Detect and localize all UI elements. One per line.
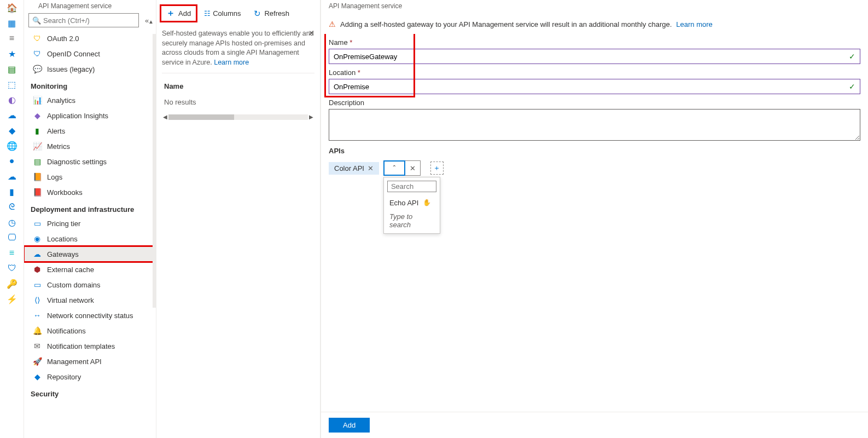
nav-item-app-insights[interactable]: ◆Application Insights (24, 108, 156, 123)
notif-templates-icon: ✉ (33, 342, 42, 350)
cursor-icon: ✋ (423, 199, 431, 206)
bolt-icon[interactable]: ⚡ (7, 293, 18, 304)
columns-button[interactable]: ☷ Columns (199, 7, 246, 20)
nav-item-notif-templates[interactable]: ✉Notification templates (24, 338, 156, 354)
nav-label: Virtual network (47, 296, 94, 304)
horizontal-scrollbar[interactable]: ◀ ▶ (162, 114, 314, 120)
add-api-button[interactable]: ＋ (430, 162, 444, 175)
learn-more-link[interactable]: Learn more (214, 59, 249, 66)
key-icon[interactable]: 🔑 (7, 278, 18, 289)
openid-icon: 🛡 (33, 49, 42, 58)
nav-item-gateways[interactable]: ☁Gateways (24, 246, 156, 262)
vnet-icon: ⟨⟩ (33, 296, 42, 304)
api-dropdown-toggle[interactable]: ˆ (383, 160, 405, 176)
warning-learn-more-link[interactable]: Learn more (676, 20, 712, 28)
hamburger-icon[interactable]: ≡ (7, 33, 18, 44)
diamond-icon[interactable]: ◆ (7, 125, 18, 136)
toolbar: ＋ Add ☷ Columns ↻ Refresh (156, 0, 320, 27)
nav-item-workbooks[interactable]: 📕Workbooks (24, 185, 156, 200)
nav-item-logs[interactable]: 📙Logs (24, 169, 156, 185)
nav-item-notifications[interactable]: 🔔Notifications (24, 323, 156, 338)
repository-icon: ◆ (33, 372, 42, 381)
section-deploy: Deployment and infrastructure (24, 200, 156, 216)
nav-item-external-cache[interactable]: ⬢External cache (24, 262, 156, 277)
lock-icon[interactable]: 🛡 (7, 263, 18, 274)
add-button[interactable]: ＋ Add (161, 5, 196, 21)
lines-icon[interactable]: ≡ (7, 247, 18, 258)
label-location: Location * (329, 64, 860, 79)
home-icon[interactable]: 🏠 (7, 2, 18, 13)
scroll-up-icon[interactable]: ▲ (147, 18, 155, 25)
column-header-name[interactable]: Name (156, 79, 320, 94)
warning-icon: ⚠ (329, 20, 336, 28)
nav-item-custom-domains[interactable]: ▭Custom domains (24, 277, 156, 292)
nav-item-analytics[interactable]: 📊Analytics (24, 93, 156, 108)
nav-item-pricing[interactable]: ▭Pricing tier (24, 216, 156, 231)
sidebar-scrollbar[interactable] (153, 34, 156, 308)
nav-label: OAuth 2.0 (47, 34, 79, 43)
nav-item-repository[interactable]: ◆Repository (24, 369, 156, 384)
panel-subtitle: API Management service (321, 0, 868, 10)
workbooks-icon: 📕 (33, 188, 42, 197)
sidebar-search: 🔍 (28, 13, 139, 27)
drop-icon[interactable]: ● (7, 155, 18, 166)
sidebar-search-input[interactable] (43, 16, 135, 25)
nav-label: Network connectivity status (47, 312, 133, 320)
nav-label: Metrics (47, 142, 70, 151)
notifications-icon: 🔔 (33, 326, 42, 335)
cube-icon[interactable]: ⬚ (7, 79, 18, 90)
sidebar-breadcrumb: API Management service (24, 0, 156, 10)
lightbulb-icon[interactable]: ◐ (7, 94, 18, 105)
scroll-left-icon[interactable]: ◀ (162, 114, 168, 120)
nav-item-locations[interactable]: ◉Locations (24, 231, 156, 246)
favorites-icon[interactable]: ★ (7, 48, 18, 59)
monitor-icon[interactable]: 🖵 (7, 232, 18, 243)
section-monitoring: Monitoring (24, 77, 156, 93)
calendar-icon[interactable]: ▤ (7, 64, 18, 74)
tag-icon[interactable]: ▮ (7, 186, 18, 197)
remove-chip-icon[interactable]: ✕ (368, 164, 374, 172)
nav-label: Pricing tier (47, 220, 80, 228)
cloud2-icon[interactable]: ☁ (7, 171, 18, 182)
submit-add-button[interactable]: Add (329, 418, 370, 433)
nav-label: Management API (47, 358, 102, 366)
nav-item-openid[interactable]: 🛡OpenID Connect (24, 46, 156, 61)
nav-item-issues[interactable]: 💬Issues (legacy) (24, 61, 156, 77)
cloud-icon[interactable]: ☁ (7, 110, 18, 120)
graph-icon[interactable]: ᘓ (7, 201, 18, 212)
description-input[interactable] (329, 109, 860, 141)
api-search-input[interactable] (387, 181, 436, 192)
nav-label: Notifications (47, 327, 86, 335)
globe-icon[interactable]: 🌐 (7, 140, 18, 151)
resource-sidebar: API Management service 🔍 « ▲ 🛡OAuth 2.0🛡… (24, 0, 156, 438)
plus-icon: ＋ (166, 8, 175, 19)
meter-icon[interactable]: ◷ (7, 217, 18, 228)
nav-label: Workbooks (47, 188, 83, 197)
dropdown-item-echo[interactable]: Echo API ✋ (384, 195, 440, 210)
refresh-button[interactable]: ↻ Refresh (248, 7, 295, 21)
label-name: Name * (329, 34, 411, 49)
logs-icon: 📙 (33, 172, 42, 181)
nav-label: Locations (47, 235, 78, 243)
no-results: No results (156, 94, 320, 111)
nav-item-net-status[interactable]: ↔Network connectivity status (24, 308, 156, 323)
location-input[interactable] (334, 83, 849, 91)
dropdown-hint: Type to search (384, 210, 440, 233)
name-input[interactable] (334, 53, 849, 61)
nav-item-oauth[interactable]: 🛡OAuth 2.0 (24, 31, 156, 46)
chip-label: Color API (334, 164, 364, 172)
nav-label: OpenID Connect (47, 50, 100, 58)
dashboard-icon[interactable]: ▦ (7, 18, 18, 28)
nav-item-mgmt-api[interactable]: 🚀Management API (24, 354, 156, 369)
nav-label: Application Insights (47, 112, 108, 120)
scroll-right-icon[interactable]: ▶ (308, 114, 314, 120)
oauth-icon: 🛡 (33, 34, 42, 43)
issues-icon: 💬 (33, 65, 42, 73)
close-icon[interactable]: ✕ (308, 29, 314, 39)
nav-item-diagnostic[interactable]: ▤Diagnostic settings (24, 154, 156, 169)
nav-item-metrics[interactable]: 📈Metrics (24, 139, 156, 154)
nav-item-vnet[interactable]: ⟨⟩Virtual network (24, 292, 156, 308)
clear-api-selection[interactable]: ✕ (405, 160, 421, 176)
section-security: Security (24, 384, 156, 400)
nav-item-alerts[interactable]: ▮Alerts (24, 123, 156, 139)
